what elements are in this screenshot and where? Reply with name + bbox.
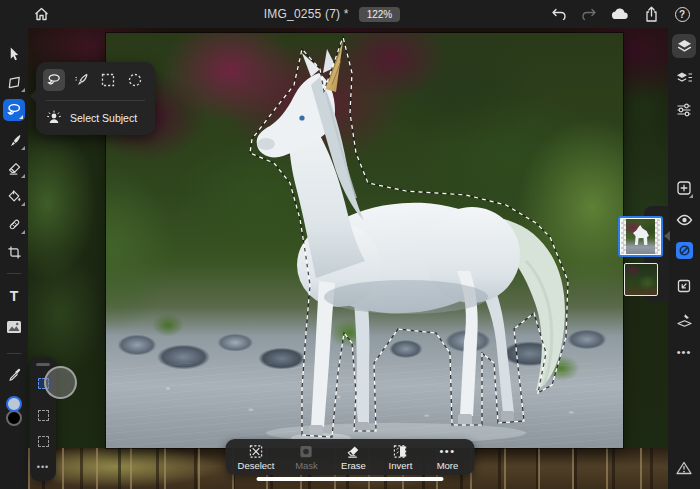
move-tool[interactable] bbox=[0, 42, 28, 66]
clip-mask-button[interactable] bbox=[672, 274, 696, 298]
lasso-icon bbox=[6, 102, 22, 118]
flyout-selection-brush-option[interactable] bbox=[70, 69, 92, 91]
redo-icon bbox=[581, 7, 598, 22]
lasso-tool[interactable] bbox=[3, 99, 25, 121]
layer-visibility-button[interactable] bbox=[672, 208, 696, 232]
document-title: IMG_0255 (7) * bbox=[264, 7, 349, 21]
share-button[interactable] bbox=[641, 4, 661, 24]
more-dots-icon: ••• bbox=[439, 444, 455, 459]
invert-icon bbox=[393, 444, 408, 459]
more-label: More bbox=[437, 460, 459, 471]
cloud-sync-button[interactable] bbox=[610, 4, 630, 24]
brush-tool[interactable] bbox=[0, 128, 28, 152]
layers-compact-button[interactable] bbox=[672, 34, 696, 58]
unicorn-subject bbox=[106, 33, 623, 448]
edit-surface-button[interactable] bbox=[672, 308, 696, 332]
toolbar-divider bbox=[7, 273, 21, 274]
eyedropper-icon bbox=[7, 367, 22, 382]
add-layer-icon bbox=[676, 180, 692, 196]
eye-icon bbox=[676, 213, 693, 227]
background-color-chip[interactable] bbox=[6, 410, 22, 426]
erase-label: Erase bbox=[341, 460, 366, 471]
more-button[interactable]: ••• More bbox=[432, 444, 462, 471]
layer-thumbnail-background[interactable] bbox=[624, 263, 658, 296]
mask-button-icon bbox=[299, 444, 314, 459]
photoshop-ipad-app: IMG_0255 (7) * 122% ? bbox=[0, 0, 700, 489]
cloud-sync-icon bbox=[611, 7, 630, 21]
warning-icon bbox=[676, 461, 692, 475]
selection-brush-icon bbox=[73, 72, 89, 88]
layers-icon bbox=[676, 38, 693, 54]
erase-icon bbox=[346, 444, 361, 459]
panel-drag-handle[interactable] bbox=[36, 363, 50, 366]
undo-icon bbox=[550, 7, 567, 22]
place-image-tool[interactable] bbox=[0, 315, 28, 339]
redo-button[interactable] bbox=[579, 4, 599, 24]
deselect-icon bbox=[249, 444, 264, 459]
layers-detail-button[interactable] bbox=[672, 66, 696, 90]
help-icon: ? bbox=[675, 7, 690, 22]
eraser-tool[interactable] bbox=[0, 156, 28, 180]
more-dots-icon: ••• bbox=[677, 346, 692, 358]
brush-icon bbox=[7, 133, 22, 148]
warning-button[interactable] bbox=[672, 456, 696, 480]
healing-bandage-icon bbox=[7, 217, 22, 232]
adjustments-button[interactable] bbox=[672, 98, 696, 122]
toolbar-divider bbox=[7, 353, 21, 354]
select-subject-label: Select Subject bbox=[70, 112, 137, 124]
transform-icon bbox=[7, 75, 22, 90]
help-button[interactable]: ? bbox=[672, 4, 692, 24]
invert-button[interactable]: Invert bbox=[385, 444, 415, 471]
foreground-color-chip[interactable] bbox=[6, 396, 22, 412]
select-subject-icon bbox=[46, 110, 62, 126]
eyedropper-tool[interactable] bbox=[0, 362, 28, 386]
layer-mask-button[interactable] bbox=[672, 238, 696, 262]
erase-button[interactable]: Erase bbox=[338, 444, 368, 471]
transform-tool[interactable] bbox=[0, 70, 28, 94]
left-toolbar: T bbox=[0, 28, 28, 489]
selection-action-bar: Deselect Mask Erase Invert ••• More bbox=[226, 439, 475, 475]
more-dots-icon: ••• bbox=[37, 462, 49, 472]
transparency-checker bbox=[621, 219, 626, 254]
type-icon: T bbox=[10, 288, 19, 304]
selection-more-options[interactable]: ••• bbox=[30, 457, 56, 477]
right-toolbar: ••• bbox=[668, 28, 700, 489]
lasso-tool-flyout: Select Subject bbox=[36, 62, 155, 135]
home-button[interactable] bbox=[30, 4, 52, 24]
flyout-rectangle-marquee-option[interactable] bbox=[97, 69, 119, 91]
fill-tool[interactable] bbox=[0, 184, 28, 208]
unicorn-photo-layer[interactable] bbox=[106, 33, 623, 448]
pencil-surface-icon bbox=[676, 312, 693, 328]
clip-mask-icon bbox=[676, 278, 692, 294]
undo-button[interactable] bbox=[548, 4, 568, 24]
type-tool[interactable]: T bbox=[0, 284, 28, 308]
selected-layer-arrow-icon bbox=[664, 231, 670, 241]
ellipse-marquee-icon bbox=[127, 72, 143, 88]
subtract-selection-mode[interactable] bbox=[30, 431, 56, 451]
crop-tool[interactable] bbox=[0, 240, 28, 264]
add-layer-button[interactable] bbox=[672, 176, 696, 200]
crop-icon bbox=[7, 245, 22, 260]
transparency-checker bbox=[655, 219, 660, 254]
layer-more-button[interactable]: ••• bbox=[672, 340, 696, 364]
zoom-level-badge[interactable]: 122% bbox=[359, 7, 401, 22]
deselect-button[interactable]: Deselect bbox=[238, 444, 275, 471]
deselect-label: Deselect bbox=[238, 460, 275, 471]
move-icon bbox=[7, 46, 22, 62]
subtract-selection-icon bbox=[38, 436, 49, 447]
home-indicator[interactable] bbox=[257, 477, 444, 481]
touch-shortcut[interactable] bbox=[44, 366, 77, 399]
mini-unicorn-shape bbox=[633, 225, 649, 245]
eraser-icon bbox=[7, 161, 22, 176]
mask-button[interactable]: Mask bbox=[291, 444, 321, 471]
flyout-ellipse-marquee-option[interactable] bbox=[124, 69, 146, 91]
layer-thumbnail-unicorn[interactable] bbox=[618, 216, 663, 257]
select-subject-button[interactable]: Select Subject bbox=[46, 106, 137, 130]
add-selection-mode[interactable] bbox=[30, 405, 56, 425]
invert-label: Invert bbox=[389, 460, 413, 471]
rectangle-marquee-icon bbox=[100, 72, 116, 88]
unicorn-layer-preview bbox=[621, 219, 660, 254]
lasso-icon bbox=[46, 72, 62, 88]
heal-tool[interactable] bbox=[0, 212, 28, 236]
flyout-lasso-option[interactable] bbox=[43, 69, 65, 91]
